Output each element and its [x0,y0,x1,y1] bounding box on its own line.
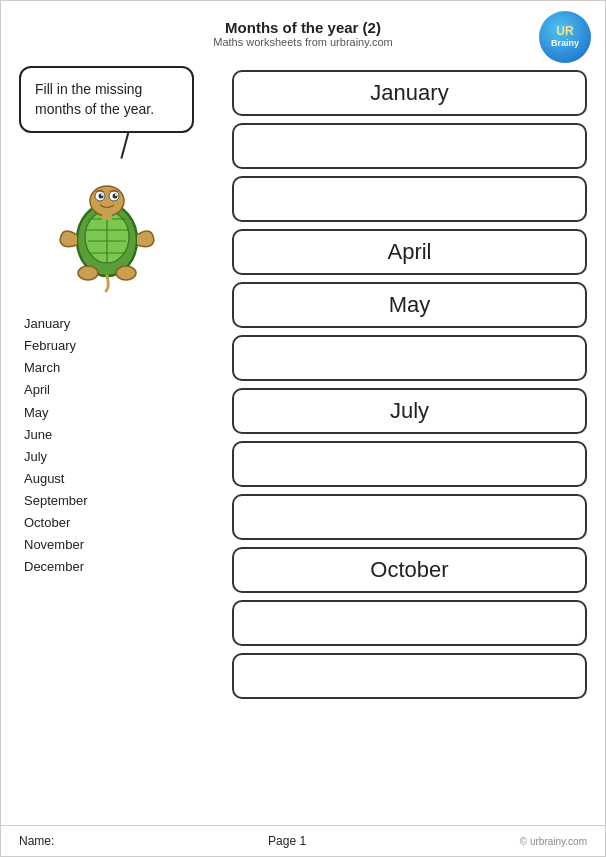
month-list-item: April [24,379,88,401]
page-title: Months of the year (2) [11,19,595,36]
turtle-svg [52,165,162,295]
svg-point-7 [90,186,124,216]
month-list-item: December [24,556,88,578]
month-list-item: January [24,313,88,335]
svg-point-13 [115,194,117,196]
month-box-7: July [232,388,587,434]
svg-point-11 [112,194,117,199]
month-list-item: October [24,512,88,534]
svg-point-16 [116,266,136,280]
month-list-item: November [24,534,88,556]
month-list-item: February [24,335,88,357]
month-box-1: January [232,70,587,116]
right-panel: JanuaryAprilMayJulyOctober [232,66,587,699]
month-list-item: July [24,446,88,468]
month-box-12[interactable] [232,653,587,699]
footer: Name: Page 1 © urbrainy.com [1,825,605,856]
month-box-4: April [232,229,587,275]
month-reference-list: JanuaryFebruaryMarchAprilMayJuneJulyAugu… [19,313,88,578]
month-box-9[interactable] [232,494,587,540]
svg-point-10 [98,194,103,199]
month-list-item: August [24,468,88,490]
month-box-2[interactable] [232,123,587,169]
copyright-label: © urbrainy.com [520,836,587,847]
month-box-11[interactable] [232,600,587,646]
month-list-item: June [24,424,88,446]
month-box-5: May [232,282,587,328]
speech-bubble: Fill in the missing months of the year. [19,66,194,133]
worksheet-page: Months of the year (2) Maths worksheets … [0,0,606,857]
header: Months of the year (2) Maths worksheets … [1,1,605,56]
month-box-8[interactable] [232,441,587,487]
left-panel: Fill in the missing months of the year. [19,66,214,699]
month-box-6[interactable] [232,335,587,381]
name-label: Name: [19,834,54,848]
month-list-item: May [24,402,88,424]
logo-line2: Brainy [551,39,579,49]
page-number: Page 1 [268,834,306,848]
month-box-3[interactable] [232,176,587,222]
svg-point-15 [78,266,98,280]
month-list-item: September [24,490,88,512]
page-subtitle: Maths worksheets from urbrainy.com [11,36,595,48]
content-area: Fill in the missing months of the year. [1,56,605,709]
speech-bubble-text: Fill in the missing months of the year. [35,81,154,117]
logo-line1: UR [551,25,579,38]
logo: UR Brainy [539,11,591,63]
turtle-illustration [19,165,194,295]
svg-point-12 [101,194,103,196]
month-box-10: October [232,547,587,593]
svg-rect-14 [102,212,112,220]
month-list-item: March [24,357,88,379]
